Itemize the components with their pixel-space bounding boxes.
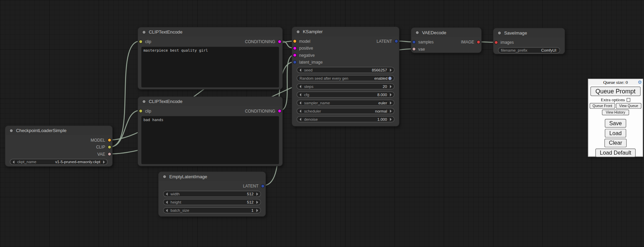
decrease-arrow-icon[interactable] bbox=[299, 68, 301, 72]
model-input-slot[interactable] bbox=[293, 39, 297, 43]
slot-row: latent_image bbox=[292, 59, 399, 66]
latent-output-label: LATENT bbox=[376, 39, 392, 43]
random-seed-toggle-widget[interactable]: Random seed after every gen enabled bbox=[297, 75, 394, 81]
prompt-textarea[interactable]: masterpiece best quality girl bbox=[141, 47, 279, 88]
decrease-arrow-icon[interactable] bbox=[166, 209, 168, 212]
vae-decode-title-bar[interactable]: VAEDecode bbox=[411, 28, 481, 37]
conditioning-output-slot[interactable] bbox=[278, 40, 282, 43]
decrease-arrow-icon[interactable] bbox=[299, 85, 301, 88]
node-title: CLIPTextEncode bbox=[149, 29, 182, 34]
prev-value-arrow-icon[interactable] bbox=[299, 101, 301, 105]
images-input-slot[interactable] bbox=[494, 41, 498, 44]
settings-gear-icon[interactable]: ⚙ bbox=[638, 79, 642, 86]
save-image-title-bar[interactable]: SaveImage bbox=[494, 28, 565, 37]
slot-row: negative bbox=[292, 52, 399, 58]
batch-size-widget[interactable]: batch_size 1 bbox=[163, 207, 261, 213]
model-output-slot[interactable] bbox=[108, 138, 111, 142]
increase-arrow-icon[interactable] bbox=[256, 200, 258, 204]
decrease-arrow-icon[interactable] bbox=[299, 118, 301, 121]
vae-input-slot[interactable] bbox=[412, 47, 416, 51]
cfg-widget[interactable]: cfg 8.000 bbox=[297, 91, 394, 98]
collapse-dot-icon[interactable] bbox=[142, 100, 146, 103]
slot-row: positive bbox=[292, 45, 399, 52]
queue-size-label: Queue size: 0 bbox=[603, 80, 628, 84]
increase-arrow-icon[interactable] bbox=[256, 192, 258, 196]
scheduler-widget[interactable]: scheduler normal bbox=[297, 108, 394, 114]
height-widget[interactable]: height 512 bbox=[163, 199, 261, 205]
latent-image-input-slot[interactable] bbox=[293, 60, 297, 64]
node-vae-decode[interactable]: VAEDecode samples IMAGE vae bbox=[411, 27, 482, 53]
filename-prefix-widget[interactable]: filename_prefix ComfyUI bbox=[498, 47, 560, 53]
view-history-button[interactable]: View History bbox=[602, 109, 629, 115]
decrease-arrow-icon[interactable] bbox=[299, 93, 301, 96]
next-value-arrow-icon[interactable] bbox=[390, 109, 392, 113]
increase-arrow-icon[interactable] bbox=[390, 68, 392, 72]
collapse-dot-icon[interactable] bbox=[416, 30, 419, 34]
images-input-label: images bbox=[500, 40, 514, 45]
conditioning-output-slot[interactable] bbox=[278, 109, 282, 113]
prev-value-arrow-icon[interactable] bbox=[13, 160, 14, 164]
node-checkpoint-loader[interactable]: CheckpointLoaderSimple MODEL CLIP VAE bbox=[5, 126, 112, 167]
clip-input-label: clip bbox=[145, 109, 151, 113]
queue-menu-panel[interactable]: Queue size: 0 ⚙ Queue Prompt Extra optio… bbox=[588, 79, 643, 157]
node-graph-canvas[interactable]: CheckpointLoaderSimple MODEL CLIP VAE bbox=[0, 0, 644, 247]
checkpoint-loader-title-bar[interactable]: CheckpointLoaderSimple bbox=[5, 126, 112, 135]
ksampler-title-bar[interactable]: KSampler bbox=[292, 27, 399, 36]
negative-input-slot[interactable] bbox=[293, 53, 297, 57]
next-value-arrow-icon[interactable] bbox=[390, 101, 392, 105]
extra-options-checkbox[interactable] bbox=[627, 98, 630, 102]
increase-arrow-icon[interactable] bbox=[390, 85, 392, 88]
prev-value-arrow-icon[interactable] bbox=[299, 109, 301, 113]
steps-widget[interactable]: steps 20 bbox=[297, 83, 394, 89]
collapse-dot-icon[interactable] bbox=[163, 174, 166, 178]
node-title: CheckpointLoaderSimple bbox=[16, 128, 66, 133]
clip-text-encode-title-bar[interactable]: CLIPTextEncode bbox=[138, 97, 282, 106]
queue-prompt-button[interactable]: Queue Prompt bbox=[591, 87, 641, 96]
clear-button[interactable]: Clear bbox=[604, 139, 627, 147]
samples-input-slot[interactable] bbox=[412, 40, 416, 44]
widget-value: 1.000 bbox=[377, 117, 387, 121]
width-widget[interactable]: width 512 bbox=[163, 191, 261, 197]
collapse-dot-icon[interactable] bbox=[296, 30, 300, 34]
clip-input-slot[interactable] bbox=[139, 40, 143, 43]
clip-input-slot[interactable] bbox=[139, 109, 143, 113]
collapse-dot-icon[interactable] bbox=[498, 31, 501, 35]
seed-widget[interactable]: seed 8566257 bbox=[297, 67, 394, 73]
load-default-button[interactable]: Load Default bbox=[595, 148, 636, 157]
queue-front-button[interactable]: Queue Front bbox=[590, 103, 615, 109]
sampler-name-widget[interactable]: sampler_name euler bbox=[297, 100, 394, 106]
increase-arrow-icon[interactable] bbox=[390, 93, 392, 96]
save-button[interactable]: Save bbox=[605, 119, 626, 128]
node-ksampler[interactable]: KSampler model LATENT positive bbox=[292, 27, 399, 126]
toggle-on-indicator-icon[interactable] bbox=[388, 77, 392, 80]
extra-options-label: Extra options bbox=[601, 97, 625, 102]
decrease-arrow-icon[interactable] bbox=[166, 192, 168, 196]
image-output-slot[interactable] bbox=[476, 40, 480, 44]
widget-label: filename_prefix bbox=[501, 48, 527, 52]
denoise-widget[interactable]: denoise 1.000 bbox=[297, 116, 394, 122]
clip-output-slot[interactable] bbox=[108, 145, 111, 149]
decrease-arrow-icon[interactable] bbox=[166, 200, 168, 204]
node-empty-latent-image[interactable]: EmptyLatentImage LATENT width 512 height… bbox=[158, 171, 266, 217]
node-save-image[interactable]: SaveImage images filename_prefix ComfyUI bbox=[493, 28, 565, 54]
next-value-arrow-icon[interactable] bbox=[103, 160, 105, 164]
collapse-dot-icon[interactable] bbox=[10, 129, 13, 132]
widget-label: Random seed after every gen bbox=[299, 76, 348, 80]
prompt-textarea[interactable]: bad hands bbox=[141, 116, 279, 164]
vae-output-slot[interactable] bbox=[108, 152, 111, 156]
latent-output-slot[interactable] bbox=[395, 39, 398, 43]
positive-input-slot[interactable] bbox=[293, 47, 297, 50]
empty-latent-title-bar[interactable]: EmptyLatentImage bbox=[159, 172, 265, 181]
view-queue-button[interactable]: View Queue bbox=[616, 103, 641, 109]
load-button[interactable]: Load bbox=[605, 129, 626, 138]
node-clip-text-encode-positive[interactable]: CLIPTextEncode clip CONDITIONING masterp… bbox=[138, 27, 283, 89]
latent-output-slot[interactable] bbox=[261, 184, 265, 188]
conditioning-output-label: CONDITIONING bbox=[245, 39, 275, 44]
increase-arrow-icon[interactable] bbox=[390, 118, 392, 121]
collapse-dot-icon[interactable] bbox=[142, 30, 146, 34]
ckpt-name-widget[interactable]: ckpt_name v1-5-pruned-emaonly.ckpt bbox=[10, 159, 108, 165]
increase-arrow-icon[interactable] bbox=[256, 209, 258, 212]
latent-image-input-label: latent_image bbox=[299, 60, 323, 64]
node-clip-text-encode-negative[interactable]: CLIPTextEncode clip CONDITIONING bad han… bbox=[138, 96, 283, 166]
clip-text-encode-title-bar[interactable]: CLIPTextEncode bbox=[138, 27, 282, 36]
